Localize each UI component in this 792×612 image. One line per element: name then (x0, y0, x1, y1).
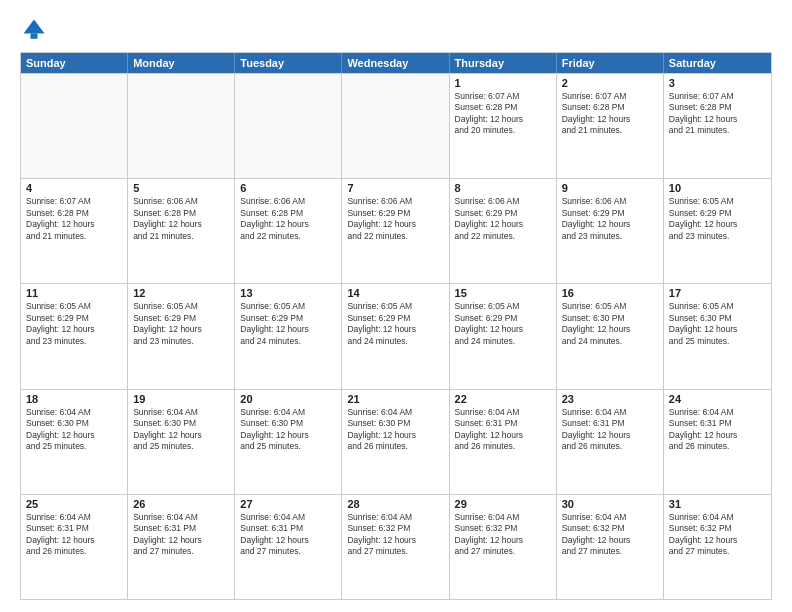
day-number: 12 (133, 287, 229, 299)
calendar-cell: 9Sunrise: 6:06 AMSunset: 6:29 PMDaylight… (557, 179, 664, 283)
day-number: 19 (133, 393, 229, 405)
calendar-body: 1Sunrise: 6:07 AMSunset: 6:28 PMDaylight… (21, 73, 771, 599)
day-number: 20 (240, 393, 336, 405)
calendar-cell: 8Sunrise: 6:06 AMSunset: 6:29 PMDaylight… (450, 179, 557, 283)
calendar-row: 25Sunrise: 6:04 AMSunset: 6:31 PMDayligh… (21, 494, 771, 599)
logo (20, 16, 52, 44)
cell-info: Sunrise: 6:07 AMSunset: 6:28 PMDaylight:… (455, 91, 551, 137)
calendar-cell (128, 74, 235, 178)
day-number: 4 (26, 182, 122, 194)
day-number: 15 (455, 287, 551, 299)
cell-info: Sunrise: 6:06 AMSunset: 6:28 PMDaylight:… (240, 196, 336, 242)
day-number: 7 (347, 182, 443, 194)
calendar-row: 4Sunrise: 6:07 AMSunset: 6:28 PMDaylight… (21, 178, 771, 283)
calendar-cell: 17Sunrise: 6:05 AMSunset: 6:30 PMDayligh… (664, 284, 771, 388)
day-number: 28 (347, 498, 443, 510)
cell-info: Sunrise: 6:04 AMSunset: 6:31 PMDaylight:… (669, 407, 766, 453)
day-number: 3 (669, 77, 766, 89)
calendar-cell: 28Sunrise: 6:04 AMSunset: 6:32 PMDayligh… (342, 495, 449, 599)
cell-info: Sunrise: 6:05 AMSunset: 6:29 PMDaylight:… (133, 301, 229, 347)
cell-info: Sunrise: 6:07 AMSunset: 6:28 PMDaylight:… (669, 91, 766, 137)
calendar-cell (342, 74, 449, 178)
day-number: 24 (669, 393, 766, 405)
page: SundayMondayTuesdayWednesdayThursdayFrid… (0, 0, 792, 612)
day-number: 27 (240, 498, 336, 510)
day-number: 31 (669, 498, 766, 510)
cell-info: Sunrise: 6:05 AMSunset: 6:29 PMDaylight:… (240, 301, 336, 347)
cell-info: Sunrise: 6:06 AMSunset: 6:29 PMDaylight:… (455, 196, 551, 242)
cell-info: Sunrise: 6:04 AMSunset: 6:30 PMDaylight:… (26, 407, 122, 453)
calendar-row: 1Sunrise: 6:07 AMSunset: 6:28 PMDaylight… (21, 73, 771, 178)
cell-info: Sunrise: 6:04 AMSunset: 6:32 PMDaylight:… (669, 512, 766, 558)
calendar-cell: 27Sunrise: 6:04 AMSunset: 6:31 PMDayligh… (235, 495, 342, 599)
day-number: 10 (669, 182, 766, 194)
cell-info: Sunrise: 6:06 AMSunset: 6:29 PMDaylight:… (562, 196, 658, 242)
calendar-cell: 10Sunrise: 6:05 AMSunset: 6:29 PMDayligh… (664, 179, 771, 283)
calendar-cell: 5Sunrise: 6:06 AMSunset: 6:28 PMDaylight… (128, 179, 235, 283)
day-number: 1 (455, 77, 551, 89)
calendar-cell: 3Sunrise: 6:07 AMSunset: 6:28 PMDaylight… (664, 74, 771, 178)
calendar-cell: 2Sunrise: 6:07 AMSunset: 6:28 PMDaylight… (557, 74, 664, 178)
day-number: 17 (669, 287, 766, 299)
day-number: 9 (562, 182, 658, 194)
calendar-cell: 24Sunrise: 6:04 AMSunset: 6:31 PMDayligh… (664, 390, 771, 494)
cell-info: Sunrise: 6:04 AMSunset: 6:30 PMDaylight:… (240, 407, 336, 453)
calendar-cell: 19Sunrise: 6:04 AMSunset: 6:30 PMDayligh… (128, 390, 235, 494)
cell-info: Sunrise: 6:04 AMSunset: 6:31 PMDaylight:… (455, 407, 551, 453)
calendar-cell: 21Sunrise: 6:04 AMSunset: 6:30 PMDayligh… (342, 390, 449, 494)
day-number: 25 (26, 498, 122, 510)
calendar-cell: 20Sunrise: 6:04 AMSunset: 6:30 PMDayligh… (235, 390, 342, 494)
header (20, 16, 772, 44)
calendar-row: 18Sunrise: 6:04 AMSunset: 6:30 PMDayligh… (21, 389, 771, 494)
calendar-cell: 26Sunrise: 6:04 AMSunset: 6:31 PMDayligh… (128, 495, 235, 599)
calendar-cell (21, 74, 128, 178)
day-number: 6 (240, 182, 336, 194)
cell-info: Sunrise: 6:04 AMSunset: 6:31 PMDaylight:… (26, 512, 122, 558)
cell-info: Sunrise: 6:06 AMSunset: 6:29 PMDaylight:… (347, 196, 443, 242)
cell-info: Sunrise: 6:06 AMSunset: 6:28 PMDaylight:… (133, 196, 229, 242)
svg-rect-1 (31, 34, 38, 39)
calendar-row: 11Sunrise: 6:05 AMSunset: 6:29 PMDayligh… (21, 283, 771, 388)
day-number: 30 (562, 498, 658, 510)
weekday-header: Monday (128, 53, 235, 73)
day-number: 14 (347, 287, 443, 299)
weekday-header: Sunday (21, 53, 128, 73)
cell-info: Sunrise: 6:04 AMSunset: 6:31 PMDaylight:… (562, 407, 658, 453)
calendar-cell: 11Sunrise: 6:05 AMSunset: 6:29 PMDayligh… (21, 284, 128, 388)
calendar-cell: 13Sunrise: 6:05 AMSunset: 6:29 PMDayligh… (235, 284, 342, 388)
calendar-cell: 22Sunrise: 6:04 AMSunset: 6:31 PMDayligh… (450, 390, 557, 494)
cell-info: Sunrise: 6:05 AMSunset: 6:29 PMDaylight:… (455, 301, 551, 347)
day-number: 26 (133, 498, 229, 510)
cell-info: Sunrise: 6:04 AMSunset: 6:32 PMDaylight:… (347, 512, 443, 558)
calendar-cell: 4Sunrise: 6:07 AMSunset: 6:28 PMDaylight… (21, 179, 128, 283)
calendar-cell (235, 74, 342, 178)
day-number: 18 (26, 393, 122, 405)
cell-info: Sunrise: 6:04 AMSunset: 6:31 PMDaylight:… (240, 512, 336, 558)
cell-info: Sunrise: 6:04 AMSunset: 6:32 PMDaylight:… (455, 512, 551, 558)
cell-info: Sunrise: 6:04 AMSunset: 6:30 PMDaylight:… (133, 407, 229, 453)
day-number: 13 (240, 287, 336, 299)
calendar-cell: 15Sunrise: 6:05 AMSunset: 6:29 PMDayligh… (450, 284, 557, 388)
calendar-cell: 18Sunrise: 6:04 AMSunset: 6:30 PMDayligh… (21, 390, 128, 494)
day-number: 8 (455, 182, 551, 194)
calendar-cell: 14Sunrise: 6:05 AMSunset: 6:29 PMDayligh… (342, 284, 449, 388)
cell-info: Sunrise: 6:05 AMSunset: 6:30 PMDaylight:… (669, 301, 766, 347)
cell-info: Sunrise: 6:04 AMSunset: 6:31 PMDaylight:… (133, 512, 229, 558)
calendar-cell: 7Sunrise: 6:06 AMSunset: 6:29 PMDaylight… (342, 179, 449, 283)
day-number: 2 (562, 77, 658, 89)
weekday-header: Friday (557, 53, 664, 73)
day-number: 16 (562, 287, 658, 299)
calendar-cell: 6Sunrise: 6:06 AMSunset: 6:28 PMDaylight… (235, 179, 342, 283)
day-number: 22 (455, 393, 551, 405)
cell-info: Sunrise: 6:04 AMSunset: 6:30 PMDaylight:… (347, 407, 443, 453)
cell-info: Sunrise: 6:07 AMSunset: 6:28 PMDaylight:… (562, 91, 658, 137)
calendar: SundayMondayTuesdayWednesdayThursdayFrid… (20, 52, 772, 600)
calendar-cell: 30Sunrise: 6:04 AMSunset: 6:32 PMDayligh… (557, 495, 664, 599)
calendar-cell: 29Sunrise: 6:04 AMSunset: 6:32 PMDayligh… (450, 495, 557, 599)
weekday-header: Wednesday (342, 53, 449, 73)
logo-icon (20, 16, 48, 44)
svg-marker-0 (24, 20, 45, 34)
calendar-cell: 25Sunrise: 6:04 AMSunset: 6:31 PMDayligh… (21, 495, 128, 599)
cell-info: Sunrise: 6:05 AMSunset: 6:29 PMDaylight:… (347, 301, 443, 347)
day-number: 11 (26, 287, 122, 299)
